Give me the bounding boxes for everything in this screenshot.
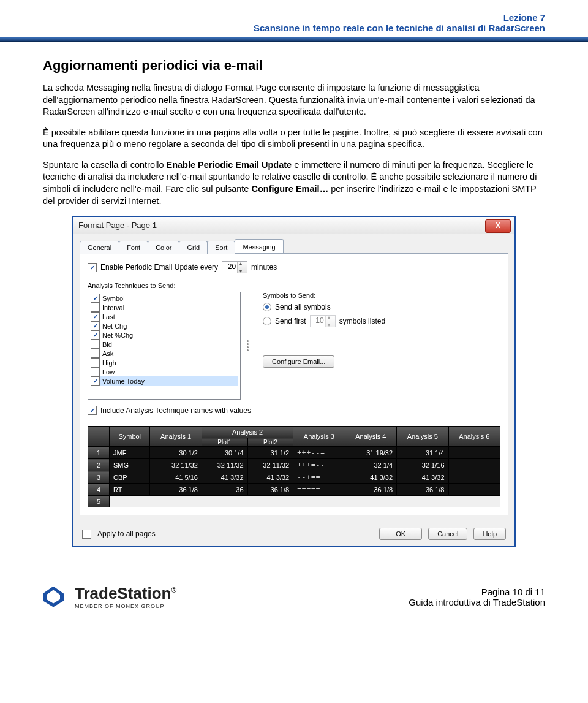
tab-sort[interactable]: Sort [207, 241, 235, 254]
tab-general[interactable]: General [80, 241, 119, 254]
section-heading: Aggiornamenti periodici via e-mail [43, 58, 545, 74]
analysis-techniques-listbox[interactable]: Symbol Interval Last Net Chg Net %Chg Bi… [88, 292, 241, 400]
lesson-number: Lezione 7 [43, 12, 545, 23]
dialog-title-text: Format Page - Page 1 [78, 221, 157, 230]
header-rule [0, 37, 588, 42]
send-first-label-pre: Send first [275, 317, 306, 325]
table-row: 2 SMG 32 11/32 32 11/32 32 11/32 +++=-- … [88, 459, 500, 471]
ok-button[interactable]: OK [379, 528, 422, 540]
brand-subtitle: MEMBER OF MONEX GROUP [75, 603, 176, 609]
paragraph-2: È possibile abilitare questa funzione in… [43, 127, 545, 151]
tab-font[interactable]: Font [119, 241, 148, 254]
send-all-symbols-radio[interactable] [263, 303, 271, 311]
configure-email-button[interactable]: Configure Email... [263, 355, 334, 368]
tab-messaging[interactable]: Messaging [235, 239, 283, 253]
enable-label-post: minutes [251, 263, 277, 272]
preview-data-grid: Symbol Analysis 1 Analysis 2 Analysis 3 … [88, 426, 500, 507]
table-row: 3 CBP 41 5/16 41 3/32 41 3/32 --+== 41 3… [88, 471, 500, 484]
close-icon[interactable]: X [485, 219, 511, 233]
paragraph-3: Spuntare la casella di controllo Enable … [43, 159, 545, 207]
send-all-symbols-label: Send all symbols [275, 303, 331, 311]
include-names-label: Include Analysis Technique names with va… [100, 406, 251, 415]
minutes-stepper[interactable]: 20 [222, 261, 247, 273]
brand-name: TradeStation® [75, 584, 176, 603]
format-page-dialog: Format Page - Page 1 X General Font Colo… [72, 216, 516, 547]
analysis-techniques-label: Analysis Techniques to Send: [88, 282, 500, 289]
help-button[interactable]: Help [473, 528, 506, 540]
table-row: 5 [88, 496, 500, 507]
table-row: 1 JMF 30 1/2 30 1/4 31 1/2 +++--= 31 19/… [88, 447, 500, 459]
cancel-button[interactable]: Cancel [428, 528, 467, 540]
send-first-label-post: symbols listed [339, 317, 385, 325]
enable-label-pre: Enable Periodic Email Update every [100, 263, 218, 272]
page-number: Pagina 10 di 11 [409, 587, 545, 597]
send-first-count-stepper[interactable]: 10 [310, 315, 336, 327]
paragraph-1: La scheda Messaging nella finestra di di… [43, 82, 545, 118]
tradestation-logo-icon [43, 587, 64, 607]
tab-color[interactable]: Color [148, 241, 179, 254]
send-first-radio[interactable] [263, 317, 271, 325]
apply-to-all-pages-label: Apply to all pages [97, 530, 156, 538]
include-names-checkbox[interactable] [88, 406, 97, 415]
symbols-to-send-label: Symbols to Send: [263, 292, 500, 299]
apply-to-all-pages-checkbox[interactable] [82, 530, 91, 539]
tab-strip: General Font Color Grid Sort Messaging [74, 234, 514, 253]
dialog-titlebar[interactable]: Format Page - Page 1 X [74, 217, 514, 234]
list-resize-handle[interactable] [241, 292, 254, 400]
lesson-subtitle: Scansione in tempo reale con le tecniche… [43, 23, 545, 33]
guide-title: Guida introduttiva di TradeStation [409, 597, 545, 607]
tab-grid[interactable]: Grid [179, 241, 208, 254]
table-row: 4 RT 36 1/8 36 36 1/8 ===== 36 1/8 36 1/… [88, 484, 500, 496]
enable-periodic-email-checkbox[interactable] [88, 263, 97, 272]
